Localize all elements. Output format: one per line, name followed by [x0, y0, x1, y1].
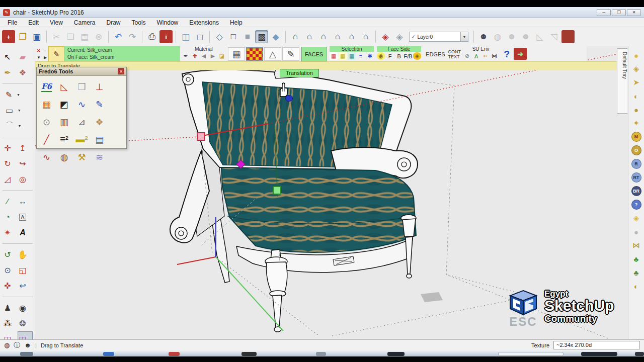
br-badge[interactable]: BR	[631, 186, 641, 196]
sphere-gray-icon[interactable]: ●	[631, 227, 642, 237]
view-left-button[interactable]: ⌂	[359, 30, 372, 43]
style-wireframe-button[interactable]: ◇	[213, 30, 226, 43]
menu-extensions[interactable]: Extensions	[184, 19, 224, 27]
select-star-icon[interactable]: ✱	[366, 52, 374, 60]
view-right-button[interactable]: ⌂	[331, 30, 344, 43]
push-pull-tool[interactable]: ↥	[18, 140, 33, 156]
axes-tool[interactable]: ✴	[3, 225, 18, 240]
move-tool[interactable]: ✛	[3, 140, 18, 156]
copy-button[interactable]: ❏	[64, 30, 77, 43]
coin-icon-1[interactable]: ◐	[631, 91, 642, 101]
text-tool[interactable]: A	[18, 209, 33, 225]
toolbar-editor-icon[interactable]: ≡²	[55, 131, 73, 148]
translate-handle-green[interactable]	[273, 186, 281, 195]
wireframe-chair-icon-2[interactable]: ◹	[547, 30, 560, 43]
section-plane-tool[interactable]: ❂	[18, 316, 33, 331]
bezier-patch-icon[interactable]: ❖	[91, 113, 108, 131]
curve-wave-icon[interactable]: ∿	[38, 148, 55, 166]
fredoscale-triangle-icon[interactable]: ⊿	[73, 113, 91, 131]
arc-tool[interactable]: ⌒▾	[3, 118, 33, 134]
3d-text-tool[interactable]: A	[18, 225, 33, 240]
erase-button[interactable]: ⊗	[92, 30, 105, 43]
face-eye2-icon[interactable]: ◈	[413, 52, 421, 60]
r-badge[interactable]: R	[631, 159, 641, 169]
material-prev-icon[interactable]: ◀	[200, 52, 208, 60]
material-add-icon[interactable]: ✚	[191, 52, 199, 60]
people-icon-1[interactable]: ☻	[505, 30, 518, 43]
select-face-yellow-icon[interactable]: ▦	[339, 52, 347, 60]
curvizard-icon[interactable]: ⊙	[38, 113, 55, 131]
layers-pair-icon[interactable]: ▤	[91, 131, 108, 148]
face-both-button[interactable]: F/B	[404, 52, 412, 60]
paint-bucket-tool[interactable]: ✒	[3, 65, 18, 80]
active-pipette-button[interactable]: ✎	[48, 46, 64, 62]
fredo6-close-button[interactable]: ✕	[118, 68, 124, 74]
thrupaint-close-icon[interactable]: ✕	[37, 48, 41, 53]
face-back-button[interactable]: B	[395, 52, 403, 60]
tree-icon-2[interactable]: ♣	[631, 267, 642, 278]
roundcorner-icon[interactable]: ❒	[73, 78, 91, 96]
geolocation-icon[interactable]: ◍	[4, 341, 10, 349]
menu-draw[interactable]: Draw	[101, 19, 126, 27]
tag-o-badge[interactable]: O	[631, 145, 641, 155]
restore-button[interactable]: ❐	[612, 9, 626, 16]
redo-button[interactable]: ↷	[126, 30, 139, 43]
scale-tool[interactable]: ◿	[3, 171, 18, 187]
joint-push-pull-icon[interactable]: ⊥	[91, 78, 108, 96]
view-iso-button[interactable]: ⌂	[289, 30, 302, 43]
pan-tool[interactable]: ✋	[18, 247, 33, 262]
repair-tools-icon[interactable]: ⚒	[73, 148, 91, 166]
green-a-icon[interactable]: A	[472, 52, 480, 60]
rotate-tool[interactable]: ↻	[3, 156, 18, 171]
zoom-previous-tool[interactable]: ↩	[18, 278, 33, 294]
face-front-button[interactable]: F	[386, 52, 394, 60]
layers-diamond-icon[interactable]: ◈	[631, 64, 642, 74]
rt-badge[interactable]: RT	[631, 172, 641, 183]
select-tool[interactable]: ↖	[3, 49, 18, 65]
no-edge-icon[interactable]: ⊘	[463, 52, 471, 60]
zoom-tool[interactable]: ⊙	[3, 262, 18, 278]
bowtie-gold-icon[interactable]: ⋈	[631, 240, 642, 250]
make-component-tool[interactable]: ❖	[18, 65, 33, 80]
cut-button[interactable]: ✂	[50, 30, 63, 43]
minimize-button[interactable]: ─	[597, 9, 611, 16]
new-button[interactable]: +	[2, 30, 15, 43]
line-tool[interactable]: ✎▾	[3, 87, 33, 103]
fredo6-logo-icon[interactable]: F6	[38, 78, 55, 96]
model-info-button[interactable]: i	[159, 30, 173, 43]
layer-dropdown[interactable]: ✓ Layer0 ▼	[409, 32, 468, 42]
partial-red-icon[interactable]	[561, 30, 575, 43]
tape-measure-tool[interactable]: ∕	[3, 194, 18, 209]
save-button[interactable]: ▣	[30, 30, 43, 43]
print-button[interactable]: ⎙	[145, 30, 158, 43]
menu-file[interactable]: File	[2, 19, 23, 27]
paint-pipette-button[interactable]: ✎	[282, 47, 299, 61]
thrupaint-down-icon[interactable]: ▼	[37, 55, 41, 60]
view-top-button[interactable]: ⌂	[303, 30, 316, 43]
fredoscale-icon[interactable]: ∿	[73, 96, 91, 113]
eraser-tool[interactable]: ▰	[18, 49, 33, 65]
angle-tool-icon[interactable]: ◺	[55, 78, 73, 96]
help-badge[interactable]: ?	[631, 200, 641, 210]
menu-edit[interactable]: Edit	[23, 19, 44, 27]
visuhole-icon[interactable]: ▦	[38, 96, 55, 113]
wireframe-chair-icon-1[interactable]: ◺	[533, 30, 546, 43]
default-tray-tab[interactable]: Default Tray	[617, 48, 627, 114]
zoom-window-tool[interactable]: ◱	[18, 262, 33, 278]
select-face-teal-icon[interactable]: ▦	[348, 52, 356, 60]
material-next-icon[interactable]: ▶	[209, 52, 217, 60]
tree-icon-1[interactable]: ♣	[631, 254, 642, 264]
sphere-yellow-icon[interactable]: ●	[631, 50, 642, 60]
material-swatch-icon[interactable]: ◪	[218, 52, 226, 60]
help-button[interactable]: ?	[500, 46, 514, 62]
tools-on-surface-icon[interactable]: ✎	[91, 96, 108, 113]
uv-projected-button[interactable]: ▦	[228, 47, 245, 61]
tag-yellow-icon[interactable]: ◈	[631, 213, 642, 223]
protractor-tool[interactable]: ◔	[3, 209, 18, 225]
style-shaded-button[interactable]: ■	[241, 30, 254, 43]
offset-tool[interactable]: ◎	[18, 171, 33, 187]
menu-camera[interactable]: Camera	[68, 19, 101, 27]
style-monochrome-button[interactable]: ◆	[269, 30, 282, 43]
view-front-button[interactable]: ⌂	[317, 30, 330, 43]
barrel-icon[interactable]: ◍	[55, 148, 73, 166]
